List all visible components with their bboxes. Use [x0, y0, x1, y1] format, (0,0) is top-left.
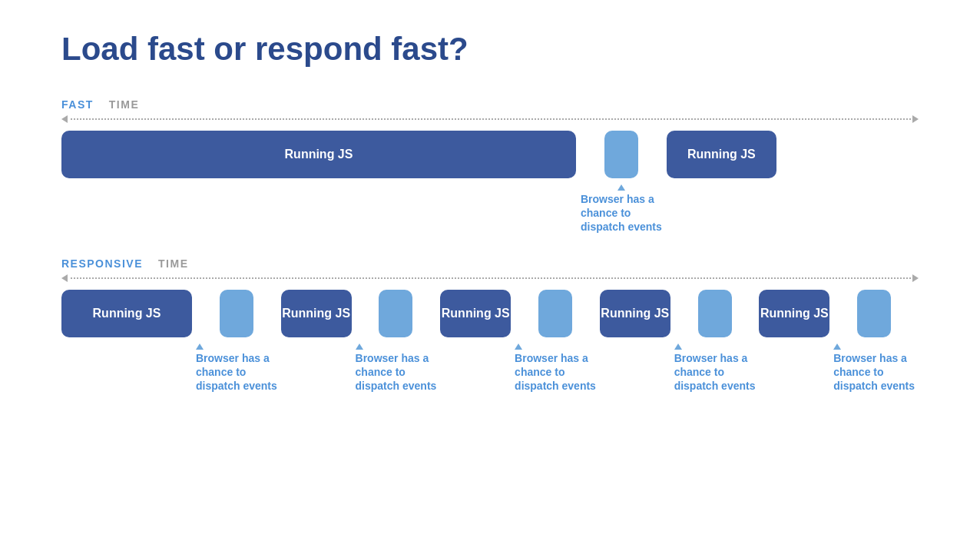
page-title: Load fast or respond fast?	[61, 31, 919, 68]
fast-running-js-1: Running JS	[61, 131, 576, 178]
fast-arrow-left	[61, 115, 68, 123]
resp-running-js-1: Running JS	[61, 290, 192, 337]
responsive-header: RESPONSIVE TIME	[61, 257, 919, 270]
resp-gap-block-4	[698, 290, 732, 337]
resp-gap-2: Browser has a chance to dispatch events	[356, 290, 437, 393]
resp-gap-3: Browser has a chance to dispatch events	[515, 290, 596, 393]
fast-timeline-arrow	[61, 115, 919, 123]
resp-annotation-arrow-4	[674, 344, 682, 350]
fast-gap-block	[604, 131, 638, 178]
responsive-blocks-wrapper: Running JS Browser has a chance to dispa…	[61, 290, 919, 393]
fast-header: FAST TIME	[61, 98, 919, 111]
fast-annotation-arrow	[617, 184, 625, 191]
fast-running-js-2: Running JS	[667, 131, 776, 178]
resp-annotation-2: Browser has a chance to dispatch events	[356, 344, 437, 393]
resp-gap-block-5	[857, 290, 891, 337]
fast-arrow-right	[912, 115, 919, 123]
resp-annotation-arrow-3	[515, 344, 522, 350]
resp-gap-4: Browser has a chance to dispatch events	[674, 290, 756, 393]
resp-gap-block-1	[220, 290, 253, 337]
fast-blocks-wrapper: Running JS Browser has a chance to dispa…	[61, 131, 919, 234]
resp-annotation-5: Browser has a chance to dispatch events	[833, 344, 915, 393]
resp-annotation-arrow-2	[356, 344, 363, 350]
fast-annotation-text: Browser has a chance to dispatch events	[581, 192, 662, 234]
responsive-section: RESPONSIVE TIME Running JS Browser has a…	[61, 257, 919, 393]
resp-running-js-4: Running JS	[600, 290, 670, 337]
responsive-arrow-right	[912, 274, 919, 282]
fast-dotted-line	[71, 118, 911, 120]
resp-annotation-text-1: Browser has a chance to dispatch events	[196, 351, 277, 393]
fast-annotation: Browser has a chance to dispatch events	[581, 184, 662, 234]
resp-running-js-5: Running JS	[759, 290, 829, 337]
resp-gap-block-2	[379, 290, 412, 337]
responsive-time-label: TIME	[158, 257, 188, 270]
responsive-label: RESPONSIVE	[61, 257, 143, 270]
fast-gap-annotation: Browser has a chance to dispatch events	[581, 131, 662, 234]
resp-gap-1: Browser has a chance to dispatch events	[196, 290, 277, 393]
responsive-timeline-arrow	[61, 274, 919, 282]
fast-label: FAST	[61, 98, 94, 111]
responsive-arrow-left	[61, 274, 68, 282]
fast-section: FAST TIME Running JS Browser has a chanc…	[61, 98, 919, 234]
resp-block-1-wrapper: Running JS	[61, 290, 192, 337]
resp-running-js-3: Running JS	[440, 290, 511, 337]
resp-gap-5: Browser has a chance to dispatch events	[833, 290, 915, 393]
resp-running-js-2: Running JS	[281, 290, 352, 337]
resp-annotation-arrow-1	[196, 344, 204, 350]
resp-annotation-4: Browser has a chance to dispatch events	[674, 344, 756, 393]
resp-annotation-1: Browser has a chance to dispatch events	[196, 344, 277, 393]
resp-annotation-arrow-5	[833, 344, 841, 350]
resp-gap-block-3	[538, 290, 572, 337]
responsive-dotted-line	[71, 277, 911, 279]
resp-annotation-text-2: Browser has a chance to dispatch events	[356, 351, 437, 393]
resp-annotation-text-5: Browser has a chance to dispatch events	[833, 351, 915, 393]
resp-annotation-3: Browser has a chance to dispatch events	[515, 344, 596, 393]
fast-time-label: TIME	[109, 98, 139, 111]
resp-annotation-text-4: Browser has a chance to dispatch events	[674, 351, 756, 393]
resp-annotation-text-3: Browser has a chance to dispatch events	[515, 351, 596, 393]
